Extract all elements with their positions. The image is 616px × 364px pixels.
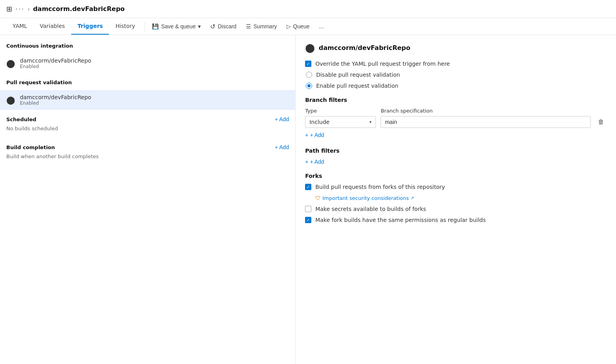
permissions-checkbox[interactable]: ✓ xyxy=(305,217,311,223)
breadcrumb-dots[interactable]: ··· xyxy=(15,5,24,13)
pr-repo-name: damccorm/devFabricRepo xyxy=(20,94,91,100)
left-panel: Continuous integration ⬤ damccorm/devFab… xyxy=(0,35,296,364)
disable-pr-radio[interactable] xyxy=(306,72,312,78)
scheduled-empty: No builds scheduled xyxy=(0,126,295,138)
nav-actions: 💾 Save & queue ▾ ↺ Discard ☰ Summary ▷ Q… xyxy=(148,20,327,33)
tab-history[interactable]: History xyxy=(109,18,141,35)
permissions-checkbox-label: Make fork builds have the same permissio… xyxy=(315,217,486,223)
branch-filter-row: Include ▾ 🗑 xyxy=(305,116,607,128)
queue-icon: ▷ xyxy=(287,23,291,30)
enable-pr-label: Enable pull request validation xyxy=(316,83,398,89)
app-icon: ⊞ xyxy=(6,5,12,13)
enable-pr-radio[interactable] xyxy=(306,83,312,89)
breadcrumb-chevron: › xyxy=(28,6,30,12)
spec-col-label: Branch specification xyxy=(381,108,607,114)
security-link[interactable]: 🛡 Important security considerations ↗ xyxy=(315,195,607,201)
more-button[interactable]: ... xyxy=(315,21,328,32)
disable-pr-radio-row: Disable pull request validation xyxy=(306,72,607,78)
main-layout: Continuous integration ⬤ damccorm/devFab… xyxy=(0,35,616,364)
tab-triggers[interactable]: Triggers xyxy=(71,18,109,35)
forks-title: Forks xyxy=(305,173,607,179)
disable-pr-label: Disable pull request validation xyxy=(316,72,400,78)
queue-button[interactable]: ▷ Queue xyxy=(283,21,314,32)
forks-section: Forks ✓ Build pull requests from forks o… xyxy=(305,173,607,223)
plus-icon-path: + xyxy=(305,159,308,165)
save-icon: 💾 xyxy=(152,23,159,30)
scheduled-section-header: Scheduled + Add xyxy=(0,110,295,126)
forks-checkbox[interactable]: ✓ xyxy=(305,184,311,190)
nav-tabs: YAML Variables Triggers History 💾 Save &… xyxy=(0,18,616,35)
ci-repo-item[interactable]: ⬤ damccorm/devFabricRepo Enabled xyxy=(0,54,295,73)
filter-spec-input[interactable] xyxy=(381,116,591,128)
pr-repo-status: Enabled xyxy=(20,100,91,106)
filter-col-headers: Type Branch specification xyxy=(305,108,607,114)
ci-section-title: Continuous integration xyxy=(0,43,295,54)
dropdown-chevron-icon: ▾ xyxy=(369,119,372,125)
secrets-checkbox[interactable] xyxy=(305,206,311,212)
external-link-icon: ↗ xyxy=(411,196,414,201)
plus-icon-branch: + xyxy=(305,132,308,138)
permissions-checkbox-row: ✓ Make fork builds have the same permiss… xyxy=(305,217,607,223)
scheduled-title: Scheduled xyxy=(6,116,36,122)
github-icon-right: ⬤ xyxy=(305,43,315,53)
nav-divider xyxy=(144,22,145,31)
save-queue-button[interactable]: 💾 Save & queue ▾ xyxy=(148,21,205,32)
enable-pr-radio-row: Enable pull request validation xyxy=(306,83,607,89)
build-completion-empty: Build when another build completes xyxy=(0,153,295,166)
shield-icon: 🛡 xyxy=(315,195,321,201)
tab-variables[interactable]: Variables xyxy=(33,18,71,35)
pr-repo-item[interactable]: ⬤ damccorm/devFabricRepo Enabled xyxy=(0,90,295,110)
path-filters-title: Path filters xyxy=(305,148,607,154)
scheduled-add-button[interactable]: + Add xyxy=(275,116,289,122)
type-col-label: Type xyxy=(305,108,376,114)
secrets-checkbox-row: Make secrets available to builds of fork… xyxy=(305,206,607,212)
summary-button[interactable]: ☰ Summary xyxy=(242,21,281,32)
ci-repo-name: damccorm/devFabricRepo xyxy=(20,57,91,64)
add-path-filter-button[interactable]: + + Add xyxy=(305,159,324,165)
forks-checkbox-row: ✓ Build pull requests from forks of this… xyxy=(305,184,607,190)
discard-icon: ↺ xyxy=(210,23,215,30)
filter-type-dropdown[interactable]: Include ▾ xyxy=(305,116,376,128)
forks-checkbox-label: Build pull requests from forks of this r… xyxy=(315,184,445,190)
add-branch-filter-button[interactable]: + + Add xyxy=(305,132,324,138)
tab-yaml[interactable]: YAML xyxy=(6,18,33,35)
breadcrumb-title: damccorm.devFabricRepo xyxy=(33,5,125,13)
filter-type-value: Include xyxy=(309,119,329,125)
breadcrumb-bar: ⊞ ··· › damccorm.devFabricRepo xyxy=(0,0,616,18)
dropdown-arrow-icon: ▾ xyxy=(198,23,201,30)
build-completion-add-button[interactable]: + Add xyxy=(275,144,289,150)
ci-repo-status: Enabled xyxy=(20,64,91,69)
summary-icon: ☰ xyxy=(246,23,251,30)
right-panel: ⬤ damccorm/devFabricRepo ✓ Override the … xyxy=(296,35,616,364)
secrets-checkbox-label: Make secrets available to builds of fork… xyxy=(315,206,426,212)
build-completion-section-header: Build completion + Add xyxy=(0,138,295,153)
discard-button[interactable]: ↺ Discard xyxy=(206,20,240,33)
right-panel-title: damccorm/devFabricRepo xyxy=(319,44,411,52)
filter-delete-button[interactable]: 🗑 xyxy=(596,117,607,127)
branch-filters-title: Branch filters xyxy=(305,97,607,103)
pr-section-title: Pull request validation xyxy=(0,79,295,90)
override-checkbox-row: ✓ Override the YAML pull request trigger… xyxy=(305,61,607,67)
override-label: Override the YAML pull request trigger f… xyxy=(315,61,450,67)
override-checkbox[interactable]: ✓ xyxy=(305,61,311,67)
github-icon-pr: ⬤ xyxy=(6,95,15,105)
right-panel-header: ⬤ damccorm/devFabricRepo xyxy=(305,43,607,53)
build-completion-title: Build completion xyxy=(6,144,55,150)
github-icon-ci: ⬤ xyxy=(6,59,15,68)
